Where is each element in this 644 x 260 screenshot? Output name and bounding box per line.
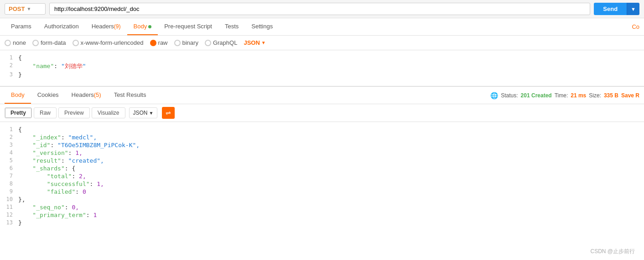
line-num: 2 bbox=[0, 62, 18, 69]
radio-circle-urlencoded bbox=[73, 40, 79, 46]
request-editor[interactable]: 1{2 "name": "刘德华"3} bbox=[0, 50, 644, 87]
size-value: 335 B bbox=[604, 92, 618, 99]
resp-format-arrow: ▼ bbox=[149, 111, 154, 116]
status-label: Status: bbox=[501, 92, 518, 99]
globe-icon: 🌐 bbox=[490, 92, 498, 99]
method-label: POST bbox=[9, 5, 25, 12]
tab-body[interactable]: Body bbox=[127, 18, 158, 35]
tab-tests[interactable]: Tests bbox=[218, 18, 245, 35]
tab-right-label: Co bbox=[632, 23, 639, 30]
req-line-1: 1{ bbox=[0, 54, 644, 62]
resp-format-select[interactable]: JSON▼ bbox=[129, 107, 158, 118]
json-type-arrow: ▼ bbox=[261, 40, 266, 45]
resp-line-1: 1{ bbox=[0, 126, 644, 133]
size-label: Size: bbox=[589, 92, 601, 99]
method-select[interactable]: POST ▼ bbox=[5, 3, 46, 15]
time-label: Time: bbox=[555, 92, 568, 99]
resp-tab-test-results[interactable]: Test Results bbox=[108, 87, 153, 104]
line-num: 9 bbox=[0, 188, 18, 195]
resp-line-4: 4 "_version": 1, bbox=[0, 149, 644, 157]
tab-params[interactable]: Params bbox=[5, 18, 38, 35]
save-response-link[interactable]: Save R bbox=[621, 92, 639, 99]
resp-line-9: 9 "failed": 0 bbox=[0, 188, 644, 196]
resp-tab-headers[interactable]: Headers(5) bbox=[65, 87, 108, 104]
resp-view-raw-btn[interactable]: Raw bbox=[34, 107, 57, 118]
resp-view-preview-btn[interactable]: Preview bbox=[58, 107, 90, 118]
send-button[interactable]: Send bbox=[594, 3, 627, 15]
resp-wrap-button[interactable]: ⇌ bbox=[162, 107, 175, 119]
body-type-binary[interactable]: binary bbox=[174, 39, 198, 46]
resp-line-3: 3 "_id": "T6Oe5IMBZ8M_PiPCok-K", bbox=[0, 141, 644, 149]
line-num: 1 bbox=[0, 126, 18, 133]
line-num: 7 bbox=[0, 173, 18, 179]
radio-circle-none bbox=[5, 40, 11, 46]
line-num: 4 bbox=[0, 149, 18, 156]
line-num: 5 bbox=[0, 157, 18, 164]
req-line-2: 2 "name": "刘德华" bbox=[0, 62, 644, 71]
top-bar: POST ▼ Send ▼ bbox=[0, 0, 644, 18]
resp-tab-body[interactable]: Body bbox=[5, 87, 31, 104]
radio-circle-raw bbox=[150, 40, 156, 46]
line-num: 3 bbox=[0, 142, 18, 148]
radio-circle-form-data bbox=[32, 40, 39, 46]
line-num: 2 bbox=[0, 134, 18, 140]
resp-line-6: 6 "_shards": { bbox=[0, 164, 644, 172]
line-num: 3 bbox=[0, 71, 18, 78]
line-num: 10 bbox=[0, 196, 18, 202]
response-toolbar: PrettyRawPreviewVisualizeJSON▼⇌ bbox=[0, 104, 644, 122]
line-num: 6 bbox=[0, 165, 18, 171]
resp-line-2: 2 "_index": "medcl", bbox=[0, 133, 644, 141]
resp-line-12: 12 "_primary_term": 1 bbox=[0, 211, 644, 219]
line-num: 11 bbox=[0, 204, 18, 210]
send-dropdown-button[interactable]: ▼ bbox=[627, 3, 639, 15]
resp-tab-cookies[interactable]: Cookies bbox=[31, 87, 65, 104]
resp-view-pretty-btn[interactable]: Pretty bbox=[5, 107, 32, 118]
tab-settings[interactable]: Settings bbox=[245, 18, 279, 35]
line-num: 13 bbox=[0, 219, 18, 226]
resp-line-11: 11 "_seq_no": 0, bbox=[0, 203, 644, 211]
resp-line-5: 5 "result": "created", bbox=[0, 157, 644, 164]
request-tab-bar: ParamsAuthorizationHeaders(9)BodyPre-req… bbox=[0, 18, 644, 36]
method-arrow: ▼ bbox=[26, 6, 31, 11]
time-value: 21 ms bbox=[571, 92, 586, 99]
body-type-bar: noneform-datax-www-form-urlencodedrawbin… bbox=[0, 36, 644, 50]
resp-line-13: 13} bbox=[0, 219, 644, 227]
line-num: 1 bbox=[0, 54, 18, 61]
radio-circle-binary bbox=[174, 40, 181, 46]
tab-authorization[interactable]: Authorization bbox=[38, 18, 85, 35]
body-type-graphql[interactable]: GraphQL bbox=[205, 39, 237, 46]
json-type-label: JSON bbox=[244, 39, 260, 46]
tab-headers[interactable]: Headers(9) bbox=[85, 18, 127, 35]
response-tab-bar: BodyCookiesHeaders(5)Test Results 🌐 Stat… bbox=[0, 87, 644, 104]
resp-line-7: 7 "total": 2, bbox=[0, 172, 644, 180]
body-type-none[interactable]: none bbox=[5, 39, 26, 46]
json-type-dropdown[interactable]: JSON▼ bbox=[244, 39, 265, 46]
line-num: 12 bbox=[0, 212, 18, 218]
body-type-form-data[interactable]: form-data bbox=[32, 39, 66, 46]
body-type-urlencoded[interactable]: x-www-form-urlencoded bbox=[73, 39, 144, 46]
line-num: 8 bbox=[0, 180, 18, 187]
resp-line-8: 8 "successful": 1, bbox=[0, 180, 644, 188]
resp-format-label: JSON bbox=[133, 110, 148, 116]
req-line-3: 3} bbox=[0, 71, 644, 79]
response-status: 🌐 Status: 201 Created Time: 21 ms Size: … bbox=[490, 88, 639, 103]
resp-line-10: 10}, bbox=[0, 196, 644, 203]
response-editor: 1{2 "_index": "medcl",3 "_id": "T6Oe5IMB… bbox=[0, 122, 644, 230]
resp-view-visualize-btn[interactable]: Visualize bbox=[92, 107, 125, 118]
url-input[interactable] bbox=[49, 3, 590, 15]
radio-circle-graphql bbox=[205, 40, 211, 46]
tab-pre-request[interactable]: Pre-request Script bbox=[158, 18, 218, 35]
body-type-raw[interactable]: raw bbox=[150, 39, 168, 46]
send-btn-group: Send ▼ bbox=[594, 3, 639, 15]
status-code: 201 Created bbox=[521, 92, 552, 99]
